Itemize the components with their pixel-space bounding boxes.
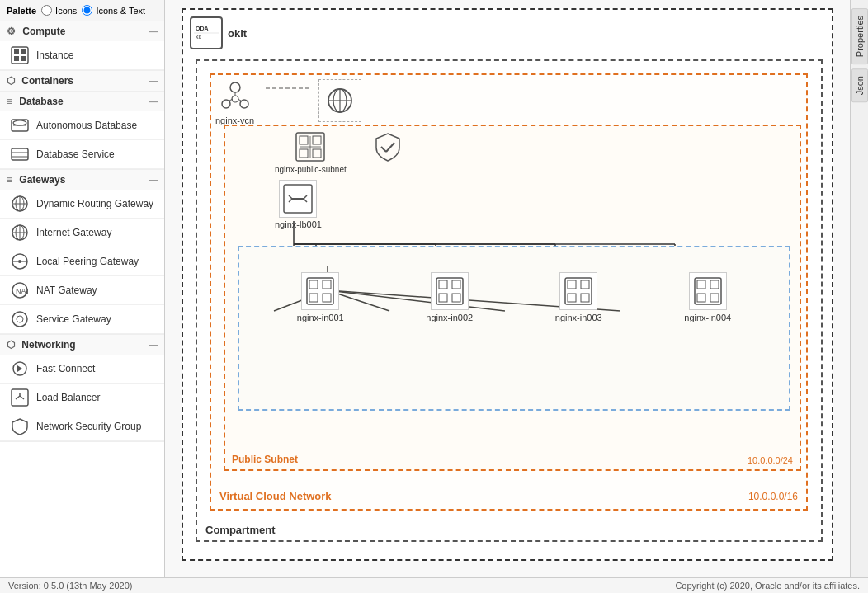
properties-tab[interactable]: Properties xyxy=(851,8,868,64)
svg-rect-81 xyxy=(452,294,460,302)
palette-header: Palette Icons Icons & Text xyxy=(0,0,164,21)
palette-item-internet-gateway[interactable]: Internet Gateway xyxy=(0,219,164,247)
palette-section-networking: ⬡ Networking — Fast Connect xyxy=(0,335,164,442)
compute-section-header[interactable]: ⚙ Compute — xyxy=(0,21,164,41)
security-list-icon xyxy=(371,130,404,163)
local-peering-gateway-palette-label: Local Peering Gateway xyxy=(36,256,139,267)
svg-rect-79 xyxy=(452,280,460,289)
palette-item-dynamic-routing-gateway[interactable]: Dynamic Routing Gateway xyxy=(0,190,164,219)
compartment-label: Compartment xyxy=(205,524,276,536)
palette-item-load-balancer[interactable]: Load Balancer xyxy=(0,384,164,412)
svg-rect-77 xyxy=(436,278,463,304)
containers-section-icon: ⬡ xyxy=(7,75,15,87)
svg-rect-73 xyxy=(309,280,318,289)
dynamic-routing-gateway-palette-icon xyxy=(10,194,30,214)
compartment-boundary[interactable]: Compartment xyxy=(196,59,823,542)
properties-panel: Properties Json xyxy=(850,0,868,577)
svg-point-44 xyxy=(232,96,238,102)
palette-item-fast-connect[interactable]: Fast Connect xyxy=(0,355,164,384)
vcn-icon-component[interactable]: nginx-vcn xyxy=(215,79,254,125)
vcn-label: Virtual Cloud Network xyxy=(219,490,332,502)
service-gateway-palette-label: Service Gateway xyxy=(36,313,111,325)
instance-in004-label: nginx-in004 xyxy=(684,313,731,322)
instance-in004[interactable]: nginx-in004 xyxy=(684,272,731,322)
palette-item-local-peering-gateway[interactable]: Local Peering Gateway xyxy=(0,247,164,276)
instance-svg-icon-4 xyxy=(693,276,723,306)
view-icons-text-option[interactable]: Icons & Text xyxy=(82,5,145,16)
svg-rect-83 xyxy=(568,280,576,289)
local-peering-gateway-palette-icon xyxy=(10,252,30,271)
svg-rect-87 xyxy=(695,278,721,304)
service-gateway-palette-icon xyxy=(10,309,30,329)
autonomous-database-palette-icon xyxy=(10,115,30,135)
instance-in002[interactable]: nginx-in002 xyxy=(426,272,473,322)
svg-rect-82 xyxy=(565,278,592,304)
json-tab[interactable]: Json xyxy=(851,68,868,102)
palette-item-nat-gateway[interactable]: NAT NAT Gateway xyxy=(0,276,164,305)
palette-item-instance[interactable]: Instance xyxy=(0,41,164,70)
nat-gateway-palette-icon: NAT xyxy=(10,280,30,300)
view-icons-option[interactable]: Icons xyxy=(41,5,77,16)
instance-svg-icon-3 xyxy=(564,276,593,306)
public-subnet-boundary[interactable]: Public Subnet 10.0.0.0/24 xyxy=(224,125,801,471)
networking-collapse-btn[interactable]: — xyxy=(149,341,158,350)
subnet-icons-row: nginx-public-subnet xyxy=(275,130,404,174)
instance-in001[interactable]: nginx-in001 xyxy=(297,272,344,322)
subnet-icon-component[interactable]: nginx-public-subnet xyxy=(275,130,347,174)
internet-gateway-palette-label: Internet Gateway xyxy=(36,227,111,238)
palette-item-database-service[interactable]: Database Service xyxy=(0,140,164,169)
vcn-boundary[interactable]: nginx-vcn xyxy=(210,73,808,511)
svg-rect-56 xyxy=(313,149,321,158)
instance-palette-label: Instance xyxy=(36,49,73,61)
network-security-group-palette-icon xyxy=(10,417,30,436)
networking-section-header[interactable]: ⬡ Networking — xyxy=(0,335,164,355)
canvas[interactable]: ODA kit okit Compartment xyxy=(182,8,833,561)
instance-in003-icon xyxy=(559,272,597,310)
instance-in004-icon xyxy=(689,272,727,310)
svg-rect-80 xyxy=(439,294,447,302)
svg-line-31 xyxy=(20,396,24,399)
svg-rect-4 xyxy=(21,56,26,61)
subnet-icon xyxy=(294,130,327,163)
containers-collapse-btn[interactable]: — xyxy=(149,77,158,86)
svg-rect-91 xyxy=(710,294,719,302)
subnet-svg-icon xyxy=(295,131,326,162)
gateways-section-icon: ≡ xyxy=(7,174,12,186)
svg-point-41 xyxy=(230,82,240,92)
database-section-header[interactable]: ≡ Database — xyxy=(0,92,164,111)
svg-rect-55 xyxy=(300,149,308,158)
svg-rect-8 xyxy=(12,148,28,160)
palette-item-network-security-group[interactable]: Network Security Group xyxy=(0,412,164,441)
security-list-svg-icon xyxy=(372,131,403,162)
instance-palette-icon xyxy=(10,45,30,65)
internet-gateway-component[interactable] xyxy=(318,79,361,122)
instance-in003[interactable]: nginx-in003 xyxy=(555,272,602,322)
containers-section-header[interactable]: ⬡ Containers — xyxy=(0,71,164,91)
canvas-container[interactable]: ODA kit okit Compartment xyxy=(165,0,850,577)
compute-collapse-btn[interactable]: — xyxy=(149,27,158,36)
database-collapse-btn[interactable]: — xyxy=(149,97,158,106)
okit-icon: ODA kit xyxy=(190,16,223,49)
load-balancer-component[interactable]: nginx-lb001 xyxy=(275,180,322,229)
instances-row: nginx-in001 xyxy=(239,247,789,331)
subnet-cidr: 10.0.0.0/24 xyxy=(748,455,793,465)
svg-point-26 xyxy=(17,316,23,322)
security-list-icon-component[interactable] xyxy=(371,130,404,163)
svg-rect-54 xyxy=(313,136,321,144)
svg-line-30 xyxy=(16,396,20,399)
canvas-area: ODA kit okit Compartment xyxy=(165,0,850,577)
network-security-group-palette-label: Network Security Group xyxy=(36,421,141,432)
svg-rect-2 xyxy=(21,49,26,54)
palette-item-autonomous-database[interactable]: Autonomous Database xyxy=(0,111,164,140)
svg-rect-28 xyxy=(12,389,28,406)
palette-item-service-gateway[interactable]: Service Gateway xyxy=(0,305,164,334)
instance-svg-icon-1 xyxy=(305,276,335,306)
internet-gateway-palette-icon xyxy=(10,223,30,242)
load-balancer-icon xyxy=(279,180,317,218)
gateways-collapse-btn[interactable]: — xyxy=(149,176,158,185)
load-balancer-label: nginx-lb001 xyxy=(275,219,322,229)
palette-title: Palette xyxy=(7,6,36,16)
gateways-section-header[interactable]: ≡ Gateways — xyxy=(0,170,164,190)
fast-connect-palette-label: Fast Connect xyxy=(36,363,95,374)
database-section-icon: ≡ xyxy=(7,96,12,107)
